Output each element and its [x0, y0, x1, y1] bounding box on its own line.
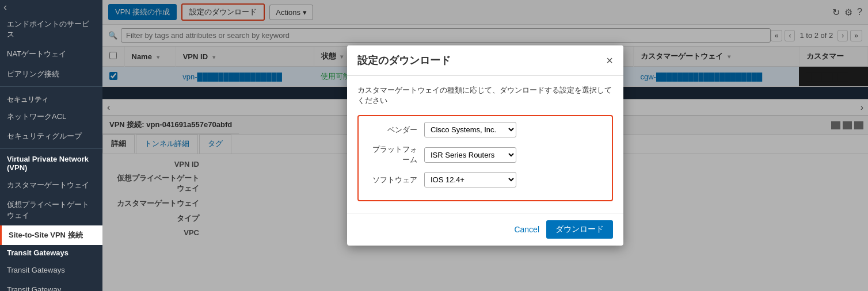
software-label: ソフトウェア	[367, 175, 424, 185]
software-select[interactable]: IOS 12.4+ IOS 15.x	[424, 172, 516, 187]
sidebar-item-security-group[interactable]: セキュリティグループ	[0, 127, 102, 146]
software-field: ソフトウェア IOS 12.4+ IOS 15.x	[367, 172, 604, 187]
sidebar-item-endpoint-services[interactable]: エンドポイントのサービス	[0, 14, 102, 44]
sidebar-group-vpn: Virtual Private Network (VPN)	[0, 151, 102, 175]
main-content: VPN 接続の作成 設定のダウンロード Actions ▾ ↻ ⚙ ? 🔍 « …	[102, 0, 868, 291]
sidebar-collapse-btn[interactable]: ‹	[2, 1, 8, 13]
modal-title: 設定のダウンロード	[357, 53, 451, 67]
sidebar-nav-arrows: ‹	[0, 0, 102, 14]
sidebar-item-virtual-private-gateway[interactable]: 仮想プライベートゲートウェイ	[0, 195, 102, 225]
download-settings-modal: 設定のダウンロード × カスタマーゲートウェイの種類に応じて、ダウンロードする設…	[347, 45, 623, 246]
sidebar-item-nat-gateway[interactable]: NATゲートウェイ	[0, 44, 102, 64]
sidebar: ‹ エンドポイントのサービス NATゲートウェイ ピアリング接続 セキュリティ …	[0, 0, 102, 291]
download-button[interactable]: ダウンロード	[546, 220, 613, 239]
modal-overlay: 設定のダウンロード × カスタマーゲートウェイの種類に応じて、ダウンロードする設…	[102, 0, 868, 291]
platform-label: プラットフォーム	[367, 144, 424, 165]
vendor-select[interactable]: Cisco Systems, Inc. Juniper Networks Pal…	[424, 122, 516, 137]
sidebar-item-network-acl[interactable]: ネットワークACL	[0, 107, 102, 127]
sidebar-divider-2	[0, 148, 102, 149]
sidebar-item-peering[interactable]: ピアリング接続	[0, 64, 102, 84]
platform-select[interactable]: ISR Series Routers ASR Series Routers	[424, 147, 516, 163]
sidebar-item-transit-gateway-attachments[interactable]: Transit Gateway Attachments	[0, 280, 102, 291]
sidebar-divider-1	[0, 86, 102, 87]
modal-footer: Cancel ダウンロード	[347, 213, 623, 246]
cancel-button[interactable]: Cancel	[514, 225, 539, 234]
modal-highlight-box: ベンダー Cisco Systems, Inc. Juniper Network…	[357, 115, 613, 201]
platform-field: プラットフォーム ISR Series Routers ASR Series R…	[367, 144, 604, 165]
sidebar-item-transit-gateways[interactable]: Transit Gateways	[0, 261, 102, 280]
modal-body: カスタマーゲートウェイの種類に応じて、ダウンロードする設定を選択してください ベ…	[347, 76, 623, 213]
vendor-field: ベンダー Cisco Systems, Inc. Juniper Network…	[367, 122, 604, 137]
sidebar-item-customer-gateway[interactable]: カスタマーゲートウェイ	[0, 175, 102, 195]
sidebar-group-transit: Transit Gateways	[0, 245, 102, 261]
sidebar-section-security: セキュリティ	[0, 89, 102, 107]
modal-header: 設定のダウンロード ×	[347, 45, 623, 76]
modal-close-button[interactable]: ×	[606, 54, 613, 67]
modal-description: カスタマーゲートウェイの種類に応じて、ダウンロードする設定を選択してください	[357, 85, 613, 106]
vendor-label: ベンダー	[367, 125, 424, 135]
sidebar-item-site-to-site-vpn[interactable]: Site-to-Site VPN 接続	[0, 225, 102, 245]
